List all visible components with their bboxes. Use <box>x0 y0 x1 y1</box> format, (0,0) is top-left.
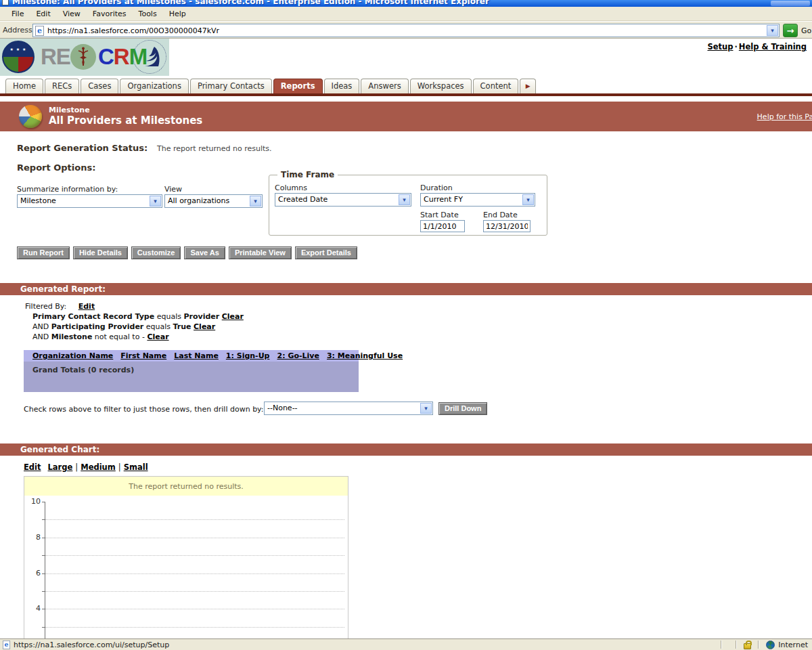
size-separator: | <box>116 462 124 472</box>
end-date-label: End Date <box>483 211 518 219</box>
customize-button[interactable]: Customize <box>131 246 181 259</box>
statusbar-separator <box>736 641 737 649</box>
address-input[interactable]: https://na1.salesforce.com/00O300000047k… <box>32 24 780 37</box>
tab-recs[interactable]: RECs <box>45 79 79 93</box>
drill-down-button[interactable]: Drill Down <box>438 402 487 415</box>
filter-value: True <box>173 322 191 331</box>
statusbar: https://na1.salesforce.com/ui/setup/Setu… <box>0 639 812 650</box>
chart-y-tick <box>42 502 45 502</box>
crm-letter-c: C <box>98 44 114 69</box>
column-sign-up[interactable]: 1: Sign-Up <box>226 351 270 360</box>
menu-favorites[interactable]: Favorites <box>87 8 133 20</box>
column-go-live[interactable]: 2: Go-Live <box>277 351 319 360</box>
setup-link[interactable]: Setup <box>707 42 733 51</box>
chevron-down-icon: ▾ <box>420 403 432 414</box>
chart-size-small[interactable]: Small <box>124 462 148 472</box>
go-button[interactable]: → Go <box>783 24 811 37</box>
menu-help[interactable]: Help <box>163 8 192 20</box>
chart-y-axis <box>45 502 45 639</box>
edit-filters-link[interactable]: Edit <box>78 302 95 311</box>
internet-zone-icon <box>766 641 775 649</box>
chart-gridline <box>45 538 344 538</box>
view-value: All organizations <box>168 196 229 205</box>
column-organization-name[interactable]: Organization Name <box>32 351 113 360</box>
end-date-field[interactable] <box>483 220 531 232</box>
chart-gridline <box>45 591 344 592</box>
address-dropdown-button[interactable]: ▾ <box>767 25 778 36</box>
clear-filter-link[interactable]: Clear <box>194 322 215 331</box>
generated-report-bar: Generated Report: <box>0 283 812 295</box>
chart-y-label: 4 <box>24 604 41 613</box>
status-url: https://na1.salesforce.com/ui/setup/Setu… <box>14 641 714 649</box>
duration-select[interactable]: Current FY ▾ <box>420 193 535 207</box>
summarize-by-select[interactable]: Milestone ▾ <box>17 194 162 208</box>
filter-field: Primary Contact Record Type <box>32 312 154 321</box>
logo-panel: REC CRM <box>0 39 169 76</box>
menu-view[interactable]: View <box>57 8 87 20</box>
view-label: View <box>164 185 182 194</box>
tab-content[interactable]: Content <box>473 79 519 93</box>
filter-field: Milestone <box>51 332 93 341</box>
start-date-field[interactable] <box>420 220 465 232</box>
save-as-button[interactable]: Save As <box>184 246 225 259</box>
filter-operator: equals <box>146 322 171 331</box>
filter-operator: equals <box>157 312 181 321</box>
run-report-button[interactable]: Run Report <box>17 246 70 259</box>
filtered-by-row: Filtered By: Edit <box>25 302 95 311</box>
lock-icon <box>744 643 751 649</box>
view-select[interactable]: All organizations ▾ <box>164 194 263 208</box>
menu-edit[interactable]: Edit <box>30 8 56 20</box>
tab-reports[interactable]: Reports <box>273 79 323 93</box>
hide-details-button[interactable]: Hide Details <box>73 246 128 259</box>
tab-organizations[interactable]: Organizations <box>120 79 189 93</box>
chart-gridline <box>45 555 344 556</box>
go-arrow-icon: → <box>783 24 798 37</box>
address-url-text: https://na1.salesforce.com/00O300000047k… <box>47 26 219 35</box>
chart-edit-link[interactable]: Edit <box>24 462 41 472</box>
menu-tools[interactable]: Tools <box>133 8 163 20</box>
help-for-page-link[interactable]: Help for this Page <box>757 112 812 121</box>
drill-down-select[interactable]: --None-- ▾ <box>264 402 433 415</box>
menu-file[interactable]: File <box>5 8 30 20</box>
more-tabs-button[interactable]: ▶ <box>520 79 536 93</box>
more-tabs-arrow-icon: ▶ <box>526 83 531 89</box>
drill-down-prompt: Check rows above to filter to just those… <box>24 405 264 414</box>
tab-workspaces[interactable]: Workspaces <box>410 79 472 93</box>
chart-size-large[interactable]: Large <box>48 462 73 472</box>
filter-row: Primary Contact Record Type equals Provi… <box>32 312 244 321</box>
chart-size-medium[interactable]: Medium <box>81 462 116 472</box>
chart-y-label: 10 <box>24 497 41 506</box>
chevron-down-icon: ▾ <box>150 196 161 207</box>
address-label: Address <box>3 26 32 35</box>
browser-window: Milestone: All Providers at Milestones -… <box>0 0 812 650</box>
filtered-by-label: Filtered By: <box>25 302 66 311</box>
hhs-seal-icon <box>133 40 166 74</box>
filter-row: AND Participating Provider equals True C… <box>32 322 215 331</box>
clear-filter-link[interactable]: Clear <box>147 332 168 341</box>
column-meaningful-use[interactable]: 3: Meaningful Use <box>327 351 403 360</box>
tab-answers[interactable]: Answers <box>361 79 408 93</box>
report-generation-status-label: Report Generation Status: <box>17 143 148 153</box>
statusbar-separator <box>721 641 722 649</box>
filter-prefix: AND <box>32 332 49 341</box>
generated-chart-bar: Generated Chart: <box>0 443 812 456</box>
column-last-name[interactable]: Last Name <box>174 351 219 360</box>
window-controls[interactable] <box>771 1 810 6</box>
tab-home[interactable]: Home <box>5 79 43 93</box>
internet-zone-label: Internet <box>778 641 808 649</box>
tab-cases[interactable]: Cases <box>81 79 118 93</box>
report-generation-status-message: The report returned no results. <box>157 144 271 153</box>
clear-filter-link[interactable]: Clear <box>222 312 244 321</box>
printable-view-button[interactable]: Printable View <box>229 246 292 259</box>
crm-letter-r: R <box>114 44 129 69</box>
report-options-heading: Report Options: <box>17 162 95 173</box>
chart-y-tick <box>42 555 45 556</box>
duration-value: Current FY <box>424 195 463 204</box>
columns-select[interactable]: Created Date ▾ <box>275 193 411 207</box>
export-details-button[interactable]: Export Details <box>295 246 357 259</box>
chart-y-tick <box>42 519 45 520</box>
tab-ideas[interactable]: Ideas <box>324 79 360 93</box>
tab-primary-contacts[interactable]: Primary Contacts <box>190 79 272 93</box>
help-training-link[interactable]: Help & Training <box>739 42 807 51</box>
column-first-name[interactable]: First Name <box>120 351 166 360</box>
